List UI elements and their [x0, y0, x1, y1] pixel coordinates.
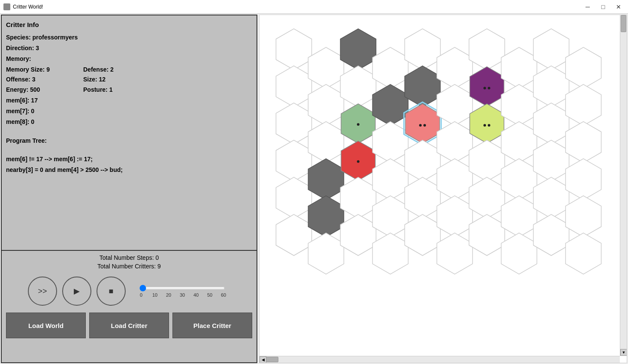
- memory-grid: Memory Size: 9 Defense: 2 Offense: 3 Siz…: [6, 65, 252, 95]
- place-critter-button[interactable]: Place Critter: [172, 313, 252, 338]
- vertical-scroll-thumb[interactable]: [621, 15, 626, 32]
- direction-label: Direction: 3: [6, 43, 252, 54]
- tick-40: 40: [189, 292, 203, 298]
- world-panel: ▼ ◀: [259, 15, 627, 363]
- control-area: Total Number Steps: 0 Total Number Critt…: [2, 251, 257, 362]
- hex-grid-canvas[interactable]: [260, 15, 627, 363]
- speed-slider-container: 0 10 20 30 40 50 60: [134, 285, 230, 298]
- tick-0: 0: [134, 292, 148, 298]
- play-button[interactable]: ▶: [62, 277, 91, 306]
- load-critter-button[interactable]: Load Critter: [89, 313, 169, 338]
- total-steps: Total Number Steps: 0: [100, 254, 159, 261]
- stop-button[interactable]: ■: [97, 277, 126, 306]
- info-area: Critter Info Species: professormyers Dir…: [2, 15, 257, 251]
- program-line2: nearby[3] = 0 and mem[4] > 2500 --> bud;: [6, 165, 252, 175]
- critter-info-heading: Critter Info: [6, 19, 252, 30]
- slider-labels: 0 10 20 30 40 50 60: [134, 292, 230, 298]
- action-buttons: Load World Load Critter Place Critter: [6, 313, 252, 338]
- memory-size-label: Memory Size: 9: [6, 65, 83, 75]
- vertical-scrollbar[interactable]: ▼: [620, 15, 627, 356]
- tick-30: 30: [175, 292, 189, 298]
- fast-forward-button[interactable]: >>: [28, 277, 57, 306]
- program-tree-label: Program Tree:: [6, 135, 252, 146]
- app-icon: [3, 3, 10, 10]
- posture-label: Posture: 1: [83, 85, 148, 95]
- window-controls: ─ □ ✕: [582, 3, 625, 11]
- load-world-button[interactable]: Load World: [6, 313, 86, 338]
- mem6-label: mem[6]: 17: [6, 95, 252, 106]
- scroll-up-arrow[interactable]: ▼: [620, 349, 627, 356]
- species-label: Species: professormyers: [6, 32, 252, 43]
- scroll-left-arrow[interactable]: ◀: [260, 356, 266, 363]
- playback-controls: >> ▶ ■ 0 10 20 30 40 50 60: [28, 277, 230, 306]
- tick-60: 60: [217, 292, 230, 298]
- offense-label: Offense: 3: [6, 75, 83, 85]
- program-line1: mem[6] != 17 --> mem[6] := 17;: [6, 154, 252, 165]
- mem8-label: mem[8]: 0: [6, 117, 252, 127]
- main-layout: Critter Info Species: professormyers Dir…: [0, 14, 628, 364]
- mem7-label: mem[7]: 0: [6, 106, 252, 117]
- close-button[interactable]: ✕: [613, 3, 625, 11]
- tick-50: 50: [203, 292, 217, 298]
- speed-slider[interactable]: [139, 285, 225, 292]
- defense-label: Defense: 2: [83, 65, 148, 75]
- energy-label: Energy: 500: [6, 85, 83, 95]
- left-panel: Critter Info Species: professormyers Dir…: [1, 15, 257, 363]
- title-bar: Critter World! ─ □ ✕: [0, 0, 628, 14]
- minimize-button[interactable]: ─: [582, 3, 594, 11]
- tick-10: 10: [148, 292, 162, 298]
- maximize-button[interactable]: □: [597, 3, 609, 11]
- tick-20: 20: [162, 292, 175, 298]
- horizontal-scrollbar[interactable]: ◀: [260, 356, 620, 363]
- size-label: Size: 12: [83, 75, 148, 85]
- memory-label: Memory:: [6, 54, 252, 64]
- total-critters: Total Number Critters: 9: [97, 263, 161, 270]
- app-title: Critter World!: [13, 4, 582, 10]
